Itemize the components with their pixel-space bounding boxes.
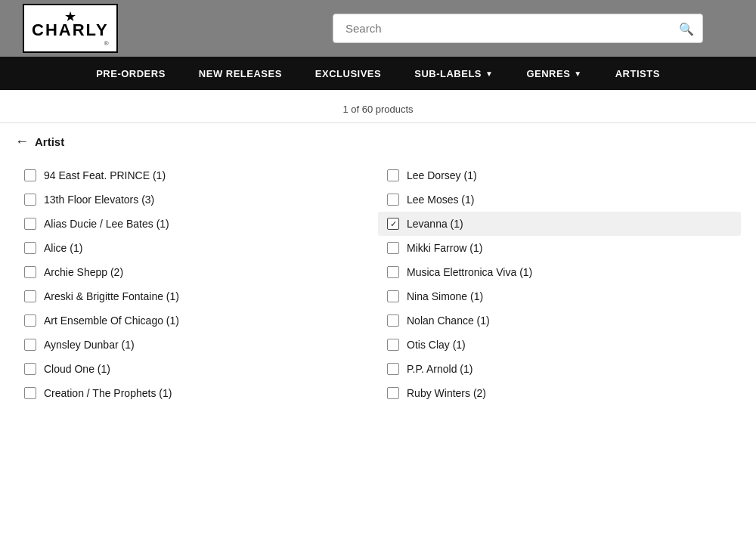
list-item[interactable]: Archie Shepp (2)	[15, 260, 378, 284]
logo-reg: ®	[104, 40, 109, 47]
artist-checkbox[interactable]	[24, 363, 36, 375]
artist-checkbox[interactable]	[387, 387, 399, 399]
artist-checkbox[interactable]	[387, 363, 399, 375]
artist-col-left: 94 East Feat. PRINCE (1)13th Floor Eleva…	[15, 163, 378, 405]
search-icon: 🔍	[679, 21, 694, 36]
artist-checkbox[interactable]	[387, 266, 399, 278]
artist-checkbox[interactable]	[387, 290, 399, 302]
filter-title: Artist	[35, 135, 64, 148]
artist-col-right: Lee Dorsey (1)Lee Moses (1)✓Levanna (1)M…	[378, 163, 741, 405]
list-item[interactable]: Creation / The Prophets (1)	[15, 381, 378, 405]
list-item[interactable]: Musica Elettronica Viva (1)	[378, 260, 741, 284]
list-item[interactable]: 94 East Feat. PRINCE (1)	[15, 163, 378, 187]
nav-item-exclusives[interactable]: EXCLUSIVES	[299, 68, 398, 79]
artist-checkbox[interactable]	[24, 218, 36, 230]
artist-label: 13th Floor Elevators (3)	[44, 194, 154, 206]
logo[interactable]: ★ CHARLY ®	[23, 4, 118, 53]
artist-label: Art Ensemble Of Chicago (1)	[44, 314, 179, 327]
list-item[interactable]: Art Ensemble Of Chicago (1)	[15, 308, 378, 333]
artist-checkbox[interactable]	[387, 339, 399, 351]
back-to-filter[interactable]: ← Artist	[15, 135, 741, 148]
artist-label: Creation / The Prophets (1)	[44, 387, 172, 399]
main-nav: PRE-ORDERS NEW RELEASES EXCLUSIVES SUB-L…	[0, 57, 756, 90]
list-item[interactable]: Lee Moses (1)	[378, 187, 741, 212]
list-item[interactable]: Otis Clay (1)	[378, 333, 741, 357]
artist-checkbox[interactable]	[24, 339, 36, 351]
artist-label: Musica Elettronica Viva (1)	[407, 266, 532, 278]
chevron-down-icon: ▼	[574, 70, 581, 78]
artist-label: Alias Ducie / Lee Bates (1)	[44, 218, 169, 230]
artist-label: Nolan Chance (1)	[407, 314, 490, 327]
list-item[interactable]: Nina Simone (1)	[378, 284, 741, 308]
artist-label: 94 East Feat. PRINCE (1)	[44, 169, 166, 181]
search-input[interactable]	[333, 14, 703, 43]
artist-label: Otis Clay (1)	[407, 339, 466, 351]
list-item[interactable]: Ruby Winters (2)	[378, 381, 741, 405]
artist-checkbox[interactable]	[24, 169, 36, 181]
products-count: 1 of 60 products	[0, 90, 756, 123]
nav-item-sub-labels[interactable]: SUB-LABELS ▼	[398, 68, 510, 79]
list-item[interactable]: Aynsley Dunbar (1)	[15, 333, 378, 357]
header: ★ CHARLY ® 🔍	[0, 0, 756, 57]
list-item[interactable]: Mikki Farrow (1)	[378, 236, 741, 260]
artist-label: Archie Shepp (2)	[44, 266, 123, 278]
list-item[interactable]: ✓Levanna (1)	[378, 212, 741, 236]
artist-checkbox[interactable]	[24, 242, 36, 254]
filter-section: ← Artist 94 East Feat. PRINCE (1)13th Fl…	[0, 135, 756, 405]
search-container: 🔍	[333, 14, 703, 43]
list-item[interactable]: Lee Dorsey (1)	[378, 163, 741, 187]
artist-label: Lee Dorsey (1)	[407, 169, 477, 181]
artist-label: Nina Simone (1)	[407, 290, 483, 302]
artist-label: Lee Moses (1)	[407, 194, 474, 206]
artist-checkbox[interactable]	[24, 290, 36, 302]
artist-checkbox[interactable]	[387, 242, 399, 254]
artist-label: Aynsley Dunbar (1)	[44, 339, 135, 351]
artist-checkbox[interactable]	[387, 194, 399, 206]
list-item[interactable]: Alice (1)	[15, 236, 378, 260]
list-item[interactable]: Cloud One (1)	[15, 357, 378, 381]
nav-item-preorders[interactable]: PRE-ORDERS	[79, 68, 182, 79]
nav-item-new-releases[interactable]: NEW RELEASES	[182, 68, 299, 79]
artist-checkbox[interactable]	[24, 266, 36, 278]
list-item[interactable]: 13th Floor Elevators (3)	[15, 187, 378, 212]
list-item[interactable]: P.P. Arnold (1)	[378, 357, 741, 381]
artist-checkbox[interactable]: ✓	[387, 218, 399, 230]
artist-checkbox[interactable]	[387, 314, 399, 327]
list-item[interactable]: Areski & Brigitte Fontaine (1)	[15, 284, 378, 308]
artist-label: Areski & Brigitte Fontaine (1)	[44, 290, 179, 302]
list-item[interactable]: Alias Ducie / Lee Bates (1)	[15, 212, 378, 236]
artist-label: Alice (1)	[44, 242, 82, 254]
artist-label: Levanna (1)	[407, 218, 463, 230]
nav-item-artists[interactable]: ARTISTS	[599, 68, 677, 79]
artist-label: Ruby Winters (2)	[407, 387, 486, 399]
artist-checkbox[interactable]	[24, 314, 36, 327]
artist-label: P.P. Arnold (1)	[407, 363, 472, 375]
artist-checkbox[interactable]	[24, 387, 36, 399]
artist-checkbox[interactable]	[24, 194, 36, 206]
nav-item-genres[interactable]: GENRES ▼	[510, 68, 598, 79]
logo-text: CHARLY	[32, 22, 109, 39]
list-item[interactable]: Nolan Chance (1)	[378, 308, 741, 333]
artist-label: Mikki Farrow (1)	[407, 242, 482, 254]
back-arrow-icon: ←	[15, 135, 29, 148]
chevron-down-icon: ▼	[485, 70, 493, 78]
artist-checkbox[interactable]	[387, 169, 399, 181]
artist-columns: 94 East Feat. PRINCE (1)13th Floor Eleva…	[15, 163, 741, 405]
artist-label: Cloud One (1)	[44, 363, 110, 375]
